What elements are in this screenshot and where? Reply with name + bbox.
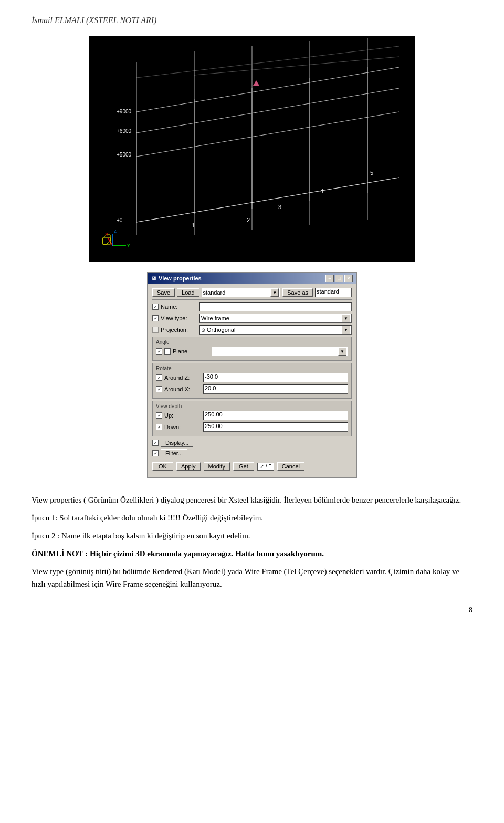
filter-button[interactable]: Filter... [161, 449, 187, 457]
around-x-row: ✓ Around X: 20.0 [156, 384, 348, 394]
projection-checkbox[interactable] [152, 327, 159, 333]
rotate-section-title: Rotate [156, 366, 348, 371]
save-as-input[interactable]: standard [315, 288, 352, 297]
filter-checkbox[interactable]: ✓ [152, 450, 159, 456]
cancel-button[interactable]: Cancel [277, 462, 304, 471]
separator-1 [152, 299, 352, 300]
apply-button[interactable]: Apply [176, 462, 201, 471]
svg-text:+6000: +6000 [117, 128, 132, 134]
close-button[interactable]: × [344, 275, 353, 282]
dropdown-arrow-icon: ▼ [270, 288, 279, 297]
svg-text:1: 1 [192, 222, 195, 228]
check-icons: ✓ / Γ [257, 463, 274, 471]
display-checkbox[interactable]: ✓ [152, 440, 159, 446]
projection-row: Projection: ⊙ Orthogonal ▼ [152, 325, 352, 335]
down-checkbox[interactable]: ✓ [156, 424, 162, 430]
projection-arrow-icon: ▼ [342, 326, 350, 334]
plane-label: Plane [173, 348, 209, 355]
view-type-dropdown[interactable]: Wire frame ▼ [200, 314, 352, 323]
view-type-label: View type: [161, 315, 197, 321]
around-z-checkbox[interactable]: ✓ [156, 374, 162, 381]
get-button[interactable]: Get [233, 462, 254, 471]
svg-text:+9000: +9000 [117, 109, 132, 114]
action-buttons-row: OK Apply Modify Get ✓ / Γ Cancel [152, 462, 352, 471]
projection-icon: ⊙ [201, 327, 205, 333]
ok-button[interactable]: OK [152, 462, 173, 471]
name-checkbox[interactable]: ✓ [152, 304, 159, 310]
plane-checkbox[interactable] [164, 348, 171, 355]
display-filter-row: ✓ Display... [152, 439, 352, 447]
down-label: Down: [164, 424, 201, 430]
save-button[interactable]: Save [152, 288, 175, 297]
svg-text:3: 3 [278, 204, 281, 210]
svg-text:+5000: +5000 [117, 152, 132, 158]
up-input[interactable]: 250.00 [203, 411, 348, 420]
svg-text:Z: Z [114, 229, 117, 234]
name-row: ✓ Name: [152, 302, 352, 311]
wireframe-svg: +9000 +6000 +5000 +0 1 2 3 4 5 [89, 36, 415, 262]
display-button[interactable]: Display... [161, 439, 193, 447]
svg-text:4: 4 [320, 188, 323, 194]
maximize-button[interactable]: □ [335, 275, 343, 282]
dialog-icon: 🖥 [151, 276, 156, 282]
page-number: 8 [32, 606, 472, 614]
angle-section: Angle ✓ Plane ▼ [152, 337, 352, 361]
rotate-section: Rotate ✓ Around Z: -30.0 ✓ Around X: 20.… [152, 363, 352, 399]
titlebar-buttons: − □ × [326, 275, 353, 282]
around-x-input[interactable]: 20.0 [203, 384, 348, 394]
view-type-arrow-icon: ▼ [342, 314, 350, 322]
modify-button[interactable]: Modify [204, 462, 230, 471]
profile-dropdown[interactable]: standard ▼ [202, 288, 281, 297]
svg-text:5: 5 [370, 170, 373, 176]
paragraph-2: İpucu 1: Sol taraftaki çekler dolu olmal… [32, 512, 472, 524]
around-z-input[interactable]: -30.0 [203, 373, 348, 382]
dialog-titlebar: 🖥 View properties − □ × [148, 273, 356, 284]
minimize-button[interactable]: − [326, 275, 334, 282]
down-input[interactable]: 250.00 [203, 422, 348, 432]
svg-text:Y: Y [127, 244, 130, 248]
plane-arrow-icon: ▼ [338, 347, 346, 356]
load-button[interactable]: Load [177, 288, 199, 297]
view-depth-section: View depth ✓ Up: 250.00 ✓ Down: 250.00 [152, 401, 352, 436]
page-header-text: İsmail ELMALI (XSTEEL NOTLARI) [32, 16, 156, 25]
dialog-body: Save Load standard ▼ Save as standard ✓ … [148, 284, 356, 477]
name-label: Name: [161, 304, 197, 310]
filter-row: ✓ Filter... [152, 449, 352, 457]
important-note-text: ÖNEMLİ NOT : Hiçbir çizimi 3D ekranında … [32, 549, 324, 558]
view-type-row: ✓ View type: Wire frame ▼ [152, 314, 352, 323]
paragraph-3: İpucu 2 : Name ilk etapta boş kalsın ki … [32, 529, 472, 542]
projection-label: Projection: [161, 327, 197, 333]
paragraph-1: View properties ( Görünüm Özellikleri ) … [32, 494, 472, 506]
angle-checkbox[interactable]: ✓ [156, 348, 162, 355]
dialog-title: View properties [159, 275, 202, 282]
view-type-checkbox[interactable]: ✓ [152, 315, 159, 321]
plane-dropdown[interactable]: ▼ [212, 347, 348, 356]
main-image: +9000 +6000 +5000 +0 1 2 3 4 5 [89, 36, 415, 262]
around-x-checkbox[interactable]: ✓ [156, 386, 162, 392]
paragraph-4: ÖNEMLİ NOT : Hiçbir çizimi 3D ekranında … [32, 547, 472, 560]
up-checkbox[interactable]: ✓ [156, 412, 162, 419]
up-label: Up: [164, 412, 201, 419]
page-number-text: 8 [469, 606, 472, 614]
projection-dropdown[interactable]: ⊙ Orthogonal ▼ [200, 325, 352, 335]
up-row: ✓ Up: 250.00 [156, 411, 348, 420]
save-load-row: Save Load standard ▼ Save as standard [152, 288, 352, 297]
down-row: ✓ Down: 250.00 [156, 422, 348, 432]
paragraph-5: View type (görünüş türü) bu bölümde Rend… [32, 565, 472, 590]
separator-2 [152, 460, 352, 460]
name-input[interactable] [200, 302, 352, 311]
angle-section-title: Angle [156, 339, 348, 345]
around-z-row: ✓ Around Z: -30.0 [156, 373, 348, 382]
page-header: İsmail ELMALI (XSTEEL NOTLARI) [32, 16, 472, 25]
view-depth-section-title: View depth [156, 403, 348, 409]
around-x-label: Around X: [164, 386, 201, 392]
svg-text:+0: +0 [117, 217, 123, 223]
plane-row: ✓ Plane ▼ [156, 347, 348, 356]
save-as-button[interactable]: Save as [282, 288, 313, 297]
text-content: View properties ( Görünüm Özellikleri ) … [32, 494, 472, 590]
svg-text:2: 2 [247, 217, 250, 223]
view-properties-dialog: 🖥 View properties − □ × Save Load standa… [147, 272, 357, 478]
around-z-label: Around Z: [164, 374, 201, 381]
